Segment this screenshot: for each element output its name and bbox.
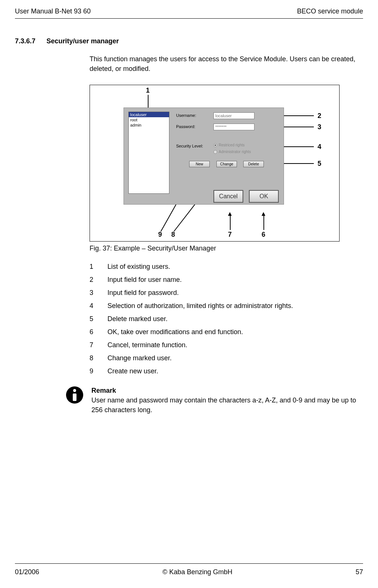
radio-restricted-label: Restriced rights xyxy=(219,143,244,147)
list-num: 5 xyxy=(90,315,96,323)
username-label: Username: xyxy=(176,113,196,118)
radio-admin-dot[interactable] xyxy=(213,150,217,154)
list-item: 9Create new user. xyxy=(90,367,359,375)
info-icon xyxy=(65,386,84,404)
arrow-6-line xyxy=(263,216,264,230)
list-text: Delete marked user. xyxy=(107,315,168,323)
arrow-5-line xyxy=(284,163,314,164)
footer-right: 57 xyxy=(356,568,363,576)
list-item: 6OK, take over modifications and end fun… xyxy=(90,328,359,336)
radio-admin[interactable]: Administrator rights xyxy=(213,150,251,154)
cancel-button[interactable]: Cancel xyxy=(213,190,243,203)
username-input[interactable] xyxy=(213,112,254,119)
svg-rect-5 xyxy=(73,393,76,401)
footer-rule xyxy=(15,563,363,564)
delete-button[interactable]: Delete xyxy=(243,161,264,167)
list-num: 3 xyxy=(90,289,96,297)
list-num: 6 xyxy=(90,328,96,336)
figure-caption: Fig. 37: Example – Security/User Manager xyxy=(90,245,359,252)
user-list[interactable]: localuser root admin xyxy=(128,112,169,194)
new-button[interactable]: New xyxy=(189,161,210,167)
figure-37: 1 2 3 4 5 6 7 8 9 xyxy=(90,85,340,242)
callout-3: 3 xyxy=(318,123,321,131)
list-num: 2 xyxy=(90,276,96,284)
remark-block: Remark User name and password may contai… xyxy=(65,386,359,415)
ok-button[interactable]: OK xyxy=(249,190,279,203)
callout-6: 6 xyxy=(262,231,265,239)
list-item: 7Cancel, terminate function. xyxy=(90,341,359,349)
user-manager-dialog: localuser root admin Username: Password:… xyxy=(124,108,284,205)
section-number: 7.3.6.7 xyxy=(15,37,45,45)
user-list-item-admin[interactable]: admin xyxy=(129,122,169,128)
user-list-item-localuser[interactable]: localuser xyxy=(129,112,169,117)
section-title: Security/user manager xyxy=(46,37,119,45)
arrow-4-line xyxy=(284,146,314,147)
arrow-7-head xyxy=(228,212,232,216)
intro-paragraph: This function manages the users for acce… xyxy=(90,54,359,74)
section-heading: 7.3.6.7 Security/user manager xyxy=(15,37,363,45)
callout-9: 9 xyxy=(158,231,162,239)
list-text: Selection of authorization, limited righ… xyxy=(107,302,293,310)
radio-admin-label: Administrator rights xyxy=(219,150,251,154)
list-text: Input field for user name. xyxy=(107,276,182,284)
list-num: 7 xyxy=(90,341,96,349)
callout-4: 4 xyxy=(318,143,321,151)
callout-2: 2 xyxy=(318,112,321,120)
seclevel-label: Security Level: xyxy=(176,144,203,148)
list-text: Cancel, terminate function. xyxy=(107,341,187,349)
header-right: BECO service module xyxy=(297,7,363,15)
list-num: 4 xyxy=(90,302,96,310)
user-list-item-root[interactable]: root xyxy=(129,117,169,122)
radio-restricted-dot[interactable] xyxy=(213,143,217,147)
legend-list: 1List of existing users. 2Input field fo… xyxy=(90,263,359,375)
arrow-7-line xyxy=(230,216,231,230)
page-footer: 01/2006 © Kaba Benzing GmbH 57 xyxy=(15,568,363,576)
list-item: 2Input field for user name. xyxy=(90,276,359,284)
password-label: Password: xyxy=(176,124,195,129)
footer-center: © Kaba Benzing GmbH xyxy=(162,568,232,576)
svg-point-4 xyxy=(73,389,76,392)
callout-5: 5 xyxy=(318,160,321,168)
remark-heading: Remark xyxy=(91,386,359,395)
remark-body: User name and password may contain the c… xyxy=(91,395,359,415)
page-header: User Manual B-Net 93 60 BECO service mod… xyxy=(15,7,363,15)
change-button[interactable]: Change xyxy=(216,161,237,167)
list-item: 1List of existing users. xyxy=(90,263,359,271)
list-item: 4Selection of authorization, limited rig… xyxy=(90,302,359,310)
list-text: OK, take over modifications and end func… xyxy=(107,328,243,336)
password-input[interactable] xyxy=(213,124,254,130)
header-rule xyxy=(15,18,363,19)
list-text: Create new user. xyxy=(107,367,158,375)
list-num: 8 xyxy=(90,354,96,362)
list-item: 8Change marked user. xyxy=(90,354,359,362)
list-text: Change marked user. xyxy=(107,354,172,362)
callout-1: 1 xyxy=(146,87,150,94)
radio-restricted[interactable]: Restriced rights xyxy=(213,143,244,147)
arrow-6-head xyxy=(262,212,265,216)
footer-left: 01/2006 xyxy=(15,568,39,576)
list-num: 1 xyxy=(90,263,96,271)
arrow-3-line xyxy=(284,127,314,127)
list-text: List of existing users. xyxy=(107,263,170,271)
list-num: 9 xyxy=(90,367,96,375)
arrow-2-line xyxy=(284,115,314,116)
list-text: Input field for password. xyxy=(107,289,179,297)
list-item: 5Delete marked user. xyxy=(90,315,359,323)
callout-7: 7 xyxy=(228,231,232,239)
list-item: 3Input field for password. xyxy=(90,289,359,297)
header-left: User Manual B-Net 93 60 xyxy=(15,7,91,15)
callout-8: 8 xyxy=(171,231,175,239)
